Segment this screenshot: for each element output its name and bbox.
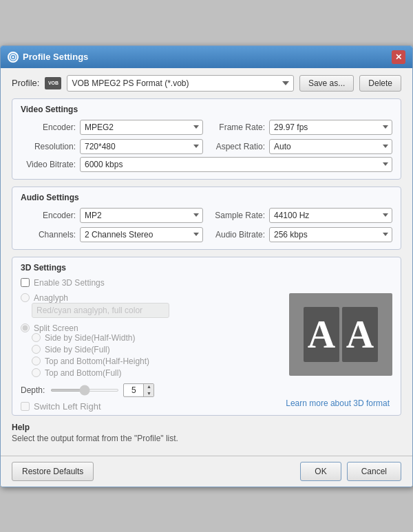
svg-point-1 (12, 56, 14, 58)
restore-defaults-button[interactable]: Restore Defaults (12, 462, 94, 481)
resolution-row: Resolution: 720*480 (21, 139, 203, 154)
side-by-side-full-radio[interactable] (32, 345, 41, 354)
3d-settings-title: 3D Settings (21, 263, 392, 273)
top-bottom-full-label: Top and Bottom(Full) (45, 368, 121, 378)
depth-row: Depth: ▲ ▼ (21, 383, 278, 397)
preview-letter-right: A (342, 307, 378, 362)
frame-rate-select[interactable]: 29.97 fps (269, 120, 392, 135)
profile-settings-dialog: Profile Settings ✕ Profile: VOB VOB MPEG… (0, 45, 413, 487)
encoder-select[interactable]: MPEG2 (80, 120, 203, 135)
side-by-side-full-label: Side by Side(Full) (45, 345, 110, 354)
switch-lr-label: Switch Left Right (34, 401, 101, 412)
sample-rate-label: Sample Rate: (210, 211, 265, 220)
3d-preview: A A (289, 293, 392, 376)
depth-label: Depth: (21, 385, 45, 395)
split-sub-options: Side by Side(Half-Width) Side by Side(Fu… (21, 333, 278, 378)
depth-value-box: ▲ ▼ (123, 383, 154, 397)
anaglyph-radio[interactable] (21, 293, 30, 302)
side-by-side-half-label: Side by Side(Half-Width) (45, 333, 135, 343)
encoder-row: Encoder: MPEG2 (21, 120, 203, 135)
audio-encoder-row: Encoder: MP2 (21, 208, 203, 223)
aspect-ratio-label: Aspect Ratio: (210, 142, 265, 151)
cancel-button[interactable]: Cancel (347, 462, 401, 481)
audio-bitrate-select[interactable]: 256 kbps (269, 227, 392, 242)
switch-lr-checkbox[interactable] (21, 402, 30, 411)
channels-label: Channels: (21, 230, 76, 240)
audio-encoder-label: Encoder: (21, 211, 76, 220)
save-as-button[interactable]: Save as... (299, 75, 354, 92)
3d-settings-section: 3D Settings Enable 3D Settings Anaglyph … (12, 257, 401, 416)
depth-slider[interactable] (50, 389, 119, 392)
split-screen-radio-row: Split Screen (21, 323, 278, 333)
profile-label: Profile: (12, 78, 39, 88)
anaglyph-label: Anaglyph (34, 293, 68, 303)
audio-bitrate-label: Audio Bitrate: (210, 230, 265, 240)
close-button[interactable]: ✕ (392, 50, 405, 64)
enable-3d-label: Enable 3D Settings (34, 278, 105, 288)
footer-right-buttons: OK Cancel (300, 462, 401, 481)
frame-rate-label: Frame Rate: (210, 123, 265, 132)
depth-up-button[interactable]: ▲ (144, 383, 153, 390)
sample-rate-select[interactable]: 44100 Hz (269, 208, 392, 223)
split-screen-section: Split Screen Side by Side(Half-Width) Si… (21, 323, 278, 378)
depth-spinner: ▲ ▼ (143, 383, 153, 397)
delete-button[interactable]: Delete (359, 75, 401, 92)
enable-3d-row: Enable 3D Settings (21, 278, 392, 288)
help-title: Help (12, 423, 401, 432)
audio-settings-grid: Encoder: MP2 Sample Rate: 44100 Hz Chann… (21, 208, 392, 242)
side-by-side-half-radio[interactable] (32, 333, 41, 342)
learn-more-link[interactable]: Learn more about 3D format (286, 398, 390, 408)
enable-3d-checkbox[interactable] (21, 278, 30, 287)
depth-input[interactable] (124, 385, 143, 395)
ok-button[interactable]: OK (300, 462, 341, 481)
channels-select[interactable]: 2 Channels Stereo (80, 227, 203, 242)
anaglyph-section: Anaglyph Red/cyan anaglyph, full color (21, 293, 278, 318)
title-bar: Profile Settings ✕ (1, 46, 412, 68)
video-bitrate-row: Video Bitrate: 6000 kbps (21, 157, 392, 172)
audio-settings-title: Audio Settings (21, 193, 392, 202)
top-bottom-half-row: Top and Bottom(Half-Height) (32, 357, 278, 366)
profile-icon-box: VOB (45, 77, 61, 89)
split-screen-label: Split Screen (34, 323, 78, 333)
top-bottom-half-label: Top and Bottom(Half-Height) (45, 357, 149, 366)
aspect-ratio-row: Aspect Ratio: Auto (210, 139, 392, 154)
video-settings-title: Video Settings (21, 105, 392, 114)
3d-left-panel: Anaglyph Red/cyan anaglyph, full color S… (21, 293, 278, 412)
side-by-side-half-row: Side by Side(Half-Width) (32, 333, 278, 343)
audio-settings-section: Audio Settings Encoder: MP2 Sample Rate:… (12, 187, 401, 250)
anaglyph-radio-row: Anaglyph (21, 293, 278, 303)
profile-select[interactable]: VOB MPEG2 PS Format (*.vob) (67, 75, 293, 92)
top-bottom-full-row: Top and Bottom(Full) (32, 368, 278, 378)
frame-rate-row: Frame Rate: 29.97 fps (210, 120, 392, 135)
resolution-select[interactable]: 720*480 (80, 139, 203, 154)
profile-format-icon: VOB (48, 81, 59, 85)
depth-slider-container: ▲ ▼ (50, 383, 154, 397)
dialog-title: Profile Settings (23, 52, 88, 62)
video-bitrate-label: Video Bitrate: (21, 160, 76, 169)
profile-row: Profile: VOB VOB MPEG2 PS Format (*.vob)… (12, 75, 401, 92)
side-by-side-full-row: Side by Side(Full) (32, 345, 278, 354)
video-bitrate-select[interactable]: 6000 kbps (80, 157, 392, 172)
audio-encoder-select[interactable]: MP2 (80, 208, 203, 223)
anaglyph-select[interactable]: Red/cyan anaglyph, full color (32, 303, 169, 318)
help-section: Help Select the output format from the "… (12, 423, 401, 443)
audio-bitrate-row: Audio Bitrate: 256 kbps (210, 227, 392, 242)
top-bottom-half-radio[interactable] (32, 357, 41, 365)
encoder-label: Encoder: (21, 123, 76, 132)
title-bar-left: Profile Settings (8, 52, 88, 63)
help-text: Select the output format from the "Profi… (12, 434, 401, 443)
depth-down-button[interactable]: ▼ (144, 390, 153, 397)
resolution-label: Resolution: (21, 142, 76, 151)
app-icon (8, 52, 19, 63)
preview-aa-container: A A (304, 307, 378, 362)
sample-rate-row: Sample Rate: 44100 Hz (210, 208, 392, 223)
dialog-footer: Restore Defaults OK Cancel (1, 456, 412, 487)
video-settings-section: Video Settings Encoder: MPEG2 Frame Rate… (12, 98, 401, 180)
split-screen-radio[interactable] (21, 323, 30, 332)
switch-row: Switch Left Right (21, 401, 278, 412)
preview-letter-left: A (304, 307, 339, 362)
aspect-ratio-select[interactable]: Auto (269, 139, 392, 154)
dialog-content: Profile: VOB VOB MPEG2 PS Format (*.vob)… (1, 68, 412, 456)
video-settings-grid: Encoder: MPEG2 Frame Rate: 29.97 fps Res… (21, 120, 392, 154)
top-bottom-full-radio[interactable] (32, 368, 41, 377)
